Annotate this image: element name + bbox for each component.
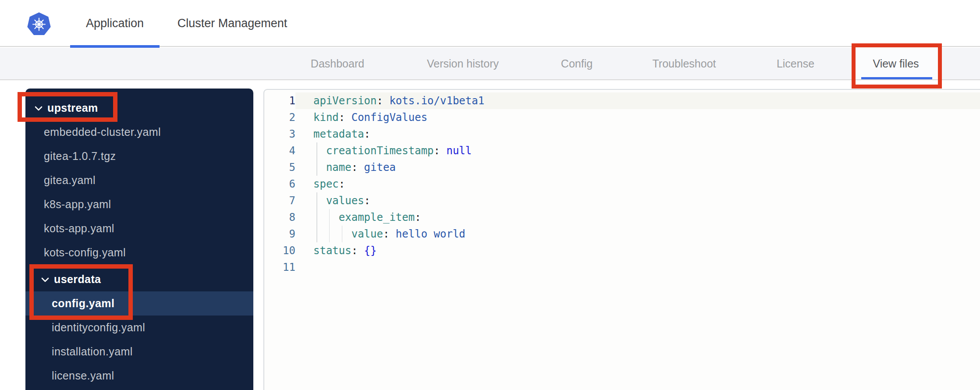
file-tree-item-label: gitea-1.0.7.tgz	[44, 150, 116, 163]
line-number: 7	[264, 192, 295, 209]
indent-guide	[316, 192, 317, 209]
yaml-code-viewer[interactable]: 1apiVersion: kots.io/v1beta12kind: Confi…	[263, 89, 980, 390]
code-line-2: 2kind: ConfigValues	[264, 109, 980, 126]
code-line-10: 10status: {}	[264, 242, 980, 259]
code-line-5: 5 name: gitea	[264, 159, 980, 176]
file-tree-item-label: config.yaml	[52, 297, 114, 310]
tab-application[interactable]: Application	[70, 0, 160, 47]
code-line-content: example_item:	[295, 209, 980, 226]
file-tree-item-label: k8s-app.yaml	[44, 198, 111, 211]
file-tree-item-installation-yaml[interactable]: installation.yaml	[25, 340, 253, 364]
line-number: 9	[264, 226, 295, 242]
indent-guide	[316, 159, 317, 176]
file-tree-item-userdata[interactable]: userdata	[25, 267, 253, 291]
code-line-content: name: gitea	[295, 159, 980, 176]
file-tree-item-license-yaml[interactable]: license.yaml	[25, 364, 253, 388]
subnav-tab-license[interactable]: License	[777, 48, 814, 79]
chevron-down-icon	[41, 277, 50, 283]
code-line-content: spec:	[295, 176, 980, 192]
indent-guide	[316, 226, 317, 242]
line-number: 11	[264, 259, 295, 276]
file-tree-item-label: userdata	[54, 273, 101, 286]
line-number: 2	[264, 109, 295, 126]
code-line-content: value: hello world	[295, 226, 980, 242]
file-tree-item-gitea-1-0-7-tgz[interactable]: gitea-1.0.7.tgz	[25, 144, 253, 168]
code-line-3: 3metadata:	[264, 126, 980, 142]
indent-guide	[329, 209, 330, 226]
file-tree-item-kots-config-yaml[interactable]: kots-config.yaml	[25, 241, 253, 265]
code-line-content	[295, 259, 980, 276]
file-tree-item-label: identityconfig.yaml	[52, 321, 145, 334]
code-line-content: values:	[295, 192, 980, 209]
code-line-4: 4 creationTimestamp: null	[264, 142, 980, 159]
kubernetes-logo	[27, 12, 51, 37]
file-tree-item-label: gitea.yaml	[44, 174, 96, 187]
app-subnav: DashboardVersion historyConfigTroublesho…	[0, 48, 980, 80]
subnav-tab-config[interactable]: Config	[561, 48, 593, 79]
line-number: 8	[264, 209, 295, 226]
line-number: 10	[264, 242, 295, 259]
code-line-11: 11	[264, 259, 980, 276]
line-number: 4	[264, 142, 295, 159]
code-line-9: 9 value: hello world	[264, 226, 980, 242]
file-tree-item-config-yaml[interactable]: config.yaml	[25, 291, 253, 316]
code-line-6: 6spec:	[264, 176, 980, 192]
file-tree-item-label: upstream	[47, 102, 98, 114]
code-line-content: status: {}	[295, 242, 980, 259]
file-tree-sidebar[interactable]: upstreamembedded-cluster.yamlgitea-1.0.7…	[25, 89, 253, 390]
subnav-tab-dashboard[interactable]: Dashboard	[311, 48, 364, 79]
app-header: Application Cluster Management	[0, 0, 980, 47]
file-tree-item-label: kots-app.yaml	[44, 222, 114, 235]
subnav-tab-troubleshoot[interactable]: Troubleshoot	[653, 48, 716, 79]
tab-cluster-management-label: Cluster Management	[178, 17, 288, 30]
indent-guide	[342, 226, 343, 242]
active-subnav-underline	[861, 77, 932, 79]
indent-guide	[316, 142, 317, 159]
code-line-1: 1apiVersion: kots.io/v1beta1	[264, 92, 980, 109]
file-tree-item-upstream[interactable]: upstream	[25, 96, 253, 120]
code-line-content: apiVersion: kots.io/v1beta1	[295, 92, 980, 109]
tab-application-label: Application	[86, 17, 144, 30]
file-tree-item-gitea-yaml[interactable]: gitea.yaml	[25, 168, 253, 192]
subnav-tab-version-history[interactable]: Version history	[427, 48, 499, 79]
indent-guide	[316, 209, 317, 226]
subnav-tab-view-files[interactable]: View files	[873, 48, 919, 79]
code-line-content: kind: ConfigValues	[295, 109, 980, 126]
kots-admin-console: Application Cluster Management Dashboard…	[0, 0, 980, 390]
code-line-8: 8 example_item:	[264, 209, 980, 226]
code-line-7: 7 values:	[264, 192, 980, 209]
tab-cluster-management[interactable]: Cluster Management	[167, 0, 298, 47]
file-tree-item-identityconfig-yaml[interactable]: identityconfig.yaml	[25, 316, 253, 340]
file-tree-item-k8s-app-yaml[interactable]: k8s-app.yaml	[25, 192, 253, 216]
indent-guide	[329, 226, 330, 242]
code-line-content: creationTimestamp: null	[295, 142, 980, 159]
file-tree-item-label: installation.yaml	[52, 345, 133, 358]
file-tree-item-kots-app-yaml[interactable]: kots-app.yaml	[25, 216, 253, 241]
file-tree-item-embedded-cluster-yaml[interactable]: embedded-cluster.yaml	[25, 120, 253, 144]
line-number: 3	[264, 126, 295, 142]
file-tree-item-label: kots-config.yaml	[44, 246, 126, 259]
code-line-content: metadata:	[295, 126, 980, 142]
file-tree-item-label: embedded-cluster.yaml	[44, 126, 161, 138]
file-tree-item-label: license.yaml	[52, 369, 114, 382]
line-number: 6	[264, 176, 295, 192]
line-number: 1	[264, 92, 295, 109]
chevron-down-icon	[34, 105, 44, 111]
line-number: 5	[264, 159, 295, 176]
